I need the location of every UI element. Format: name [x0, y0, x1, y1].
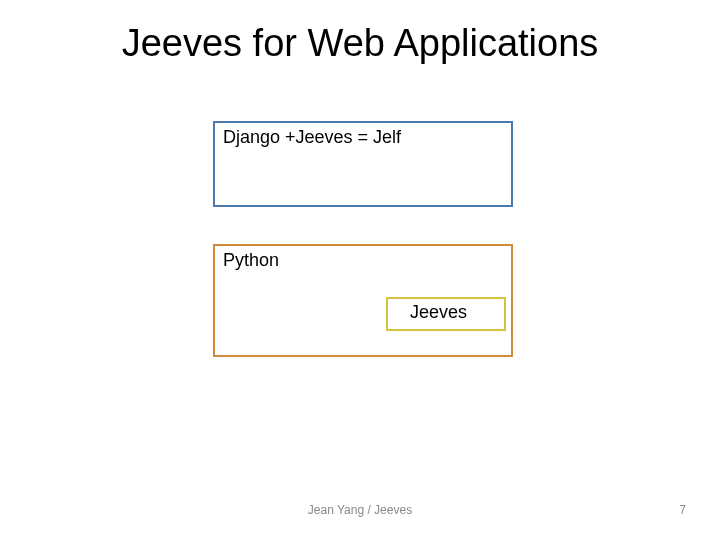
page-title: Jeeves for Web Applications — [0, 22, 720, 65]
footer-credit: Jean Yang / Jeeves — [0, 503, 720, 517]
box-django-jeeves-label: Django +Jeeves = Jelf — [223, 127, 401, 148]
box-jeeves-label: Jeeves — [410, 302, 467, 323]
box-python-label: Python — [223, 250, 279, 271]
page-number: 7 — [679, 503, 686, 517]
